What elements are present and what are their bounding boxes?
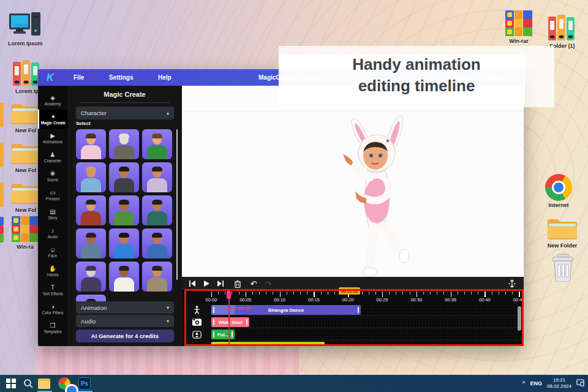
callout-line-1: Handy animation xyxy=(279,54,554,75)
desktop-icon-label: New Folder xyxy=(548,243,578,249)
sidebar-item-label: Magic Create xyxy=(41,121,66,125)
timeline-marker-badge[interactable]: 00:21:02 xyxy=(339,287,361,295)
desktop-icon-winrar-1[interactable]: Win-ra xyxy=(11,216,39,250)
character-thumbnail-white-shirt-woman[interactable] xyxy=(109,262,139,292)
character-section-header[interactable]: Character ▴ xyxy=(76,107,174,119)
chrome-taskbar-icon[interactable] xyxy=(58,377,70,390)
timeline-fit-icon[interactable] xyxy=(508,279,516,288)
sidebar-item-templates[interactable]: ❒Templates xyxy=(38,318,67,337)
desktop-icon-binders-2[interactable]: Folder (1) xyxy=(548,13,577,49)
sidebar-item-label: Scene xyxy=(47,178,58,182)
audio-dropdown[interactable]: Audio ▾ xyxy=(76,315,174,327)
archive-icon xyxy=(11,216,39,243)
desktop-icon-computer[interactable]: Lorem Ipsum xyxy=(8,12,43,47)
clip-framing-track[interactable]: Ful... xyxy=(211,330,235,339)
sidebar-item-color-filters[interactable]: ◑Color Filters xyxy=(38,300,67,318)
menu-settings[interactable]: Settings xyxy=(109,69,133,86)
desktop-icon-winrar-2[interactable]: Win-rar xyxy=(505,10,533,44)
clip-camera-track[interactable]: Wide Shot xyxy=(211,317,249,327)
language-indicator[interactable]: ENG xyxy=(530,380,542,386)
playhead-line[interactable] xyxy=(228,293,230,346)
ai-generate-button[interactable]: AI Generate for 4 credits xyxy=(76,330,174,342)
sidebar-item-label: Story xyxy=(48,216,57,220)
tray-chevron-icon[interactable]: ^ xyxy=(522,380,526,387)
sidebar-item-hands[interactable]: ✋Hands xyxy=(38,262,67,281)
desktop-icon-folder-3[interactable]: New Fol xyxy=(10,181,42,213)
chevron-down-icon: ▾ xyxy=(167,318,169,324)
sidebar-item-audio[interactable]: ♪Audio xyxy=(38,224,67,243)
sidebar-item-label: Audio xyxy=(48,235,58,239)
chrome-icon xyxy=(545,174,572,201)
character-thumbnail-skeleton[interactable] xyxy=(109,129,139,159)
character-grid xyxy=(76,129,174,301)
file-explorer-icon[interactable] xyxy=(38,377,50,390)
sidebar-item-face[interactable]: ☺Face xyxy=(38,243,67,262)
panel-scrollbar[interactable] xyxy=(176,129,178,280)
taskbar: Ps ^ ENG 15:21 08.02.2024 xyxy=(0,375,588,392)
taskbar-clock[interactable]: 15:21 08.02.2024 xyxy=(547,377,571,390)
skip-end-button[interactable] xyxy=(216,279,225,288)
desktop-icon-folder-2[interactable]: New Fol xyxy=(10,141,42,173)
photoshop-icon[interactable]: Ps xyxy=(78,377,91,390)
binders-icon xyxy=(12,59,42,87)
character-thumbnail-lilac-woman[interactable] xyxy=(142,162,172,192)
desktop-icon-binders-1[interactable]: Lorem Ip xyxy=(12,59,42,94)
camera-track: Wide Shot xyxy=(182,316,524,328)
tracks-scrollbar[interactable] xyxy=(518,306,521,331)
sidebar-item-label: Face xyxy=(48,254,57,258)
undo-button[interactable]: ↶ xyxy=(249,279,258,288)
play-button[interactable] xyxy=(202,279,211,288)
character-thumbnail-witch[interactable] xyxy=(76,262,106,292)
start-button[interactable] xyxy=(5,377,17,390)
sidebar-item-animations[interactable]: ▶Animations xyxy=(38,129,67,148)
archive-icon xyxy=(505,10,533,37)
character-thumbnail-bunny-girl[interactable] xyxy=(76,129,106,159)
present-icon: ▭ xyxy=(50,190,55,196)
character-thumbnail-sunhat-woman[interactable] xyxy=(76,162,106,192)
character-thumbnail-denim-woman[interactable] xyxy=(76,228,106,258)
character-thumbnail-blue-boy[interactable] xyxy=(109,228,139,258)
text-effects-icon: T xyxy=(51,285,55,291)
framing-track: Ful... xyxy=(182,328,524,341)
delete-button[interactable] xyxy=(233,279,242,288)
character-thumbnail-green-woman[interactable] xyxy=(109,195,139,225)
sidebar-item-story[interactable]: ▤Story xyxy=(38,205,67,224)
color-filters-icon: ◑ xyxy=(51,304,55,310)
ruler-label: 00:15 xyxy=(308,297,320,303)
character-thumbnail-pointing-man[interactable] xyxy=(142,262,172,292)
ruler-label: 00:25 xyxy=(377,297,388,303)
desktop-icon-internet[interactable]: Internet xyxy=(545,174,572,208)
timeline: ↶↷ 00:0000:0500:1000:1500:2000:2500:3000… xyxy=(182,277,524,346)
redo-button[interactable]: ↷ xyxy=(264,279,273,288)
desktop-icon-folder-4[interactable]: New Folder xyxy=(546,217,578,249)
character-thumbnail-blue-woman[interactable] xyxy=(142,228,172,258)
templates-icon: ❒ xyxy=(50,323,56,329)
search-icon[interactable] xyxy=(22,377,34,390)
sidebar-item-academy[interactable]: ◈Academy xyxy=(38,91,67,110)
desktop-icon-label: Win-rar xyxy=(509,38,528,44)
playhead-time-label: 00:02:15 xyxy=(231,306,251,311)
sidebar-item-present[interactable]: ▭Present xyxy=(38,186,67,205)
wallpaper-stripes xyxy=(36,347,299,375)
chevron-up-icon: ▴ xyxy=(167,110,169,116)
sidebar-item-magic-create[interactable]: ✶Magic Create xyxy=(38,110,67,129)
notifications-icon[interactable] xyxy=(576,378,584,389)
system-tray: ^ ENG 15:21 08.02.2024 xyxy=(522,375,584,392)
character-thumbnail-elf[interactable] xyxy=(142,129,172,159)
app-logo[interactable]: K xyxy=(47,69,54,86)
character-thumbnail-red-jacket-man[interactable] xyxy=(76,195,106,225)
animation-dropdown[interactable]: Animation ▾ xyxy=(76,301,174,314)
skip-start-button[interactable] xyxy=(188,279,197,288)
desktop-icon-recycle-bin[interactable] xyxy=(550,254,576,282)
menu-help[interactable]: Help xyxy=(158,69,172,86)
sidebar-item-text-effects[interactable]: TText Effects xyxy=(38,281,67,300)
desktop-icon-folder-1[interactable]: New Fol xyxy=(10,102,42,134)
sidebar-item-scene[interactable]: ❋Scene xyxy=(38,167,67,186)
playhead-handle[interactable] xyxy=(227,291,231,299)
desktop-icon-label: Lorem Ip xyxy=(15,88,39,94)
character-thumbnail-floral-man[interactable] xyxy=(142,195,172,225)
menu-file[interactable]: File xyxy=(74,69,84,86)
sidebar-item-character[interactable]: ♟Character xyxy=(38,148,67,167)
character-thumbnail-waving-man[interactable] xyxy=(76,295,106,301)
character-thumbnail-black-shirt-man[interactable] xyxy=(109,162,139,192)
